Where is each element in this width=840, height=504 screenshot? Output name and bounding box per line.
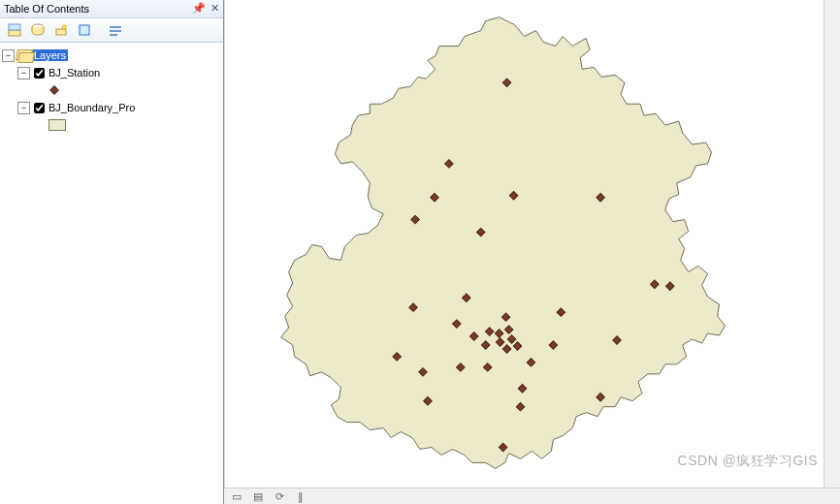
polygon-symbol-icon bbox=[48, 119, 66, 131]
map-row: CSDN @疯狂学习GIS bbox=[224, 0, 840, 488]
map-wrap: CSDN @疯狂学习GIS ▭ ▤ ⟳ ‖ bbox=[224, 0, 840, 504]
expand-toggle[interactable]: − bbox=[2, 49, 15, 62]
tree-root-layers[interactable]: − Layers bbox=[2, 47, 221, 64]
svg-rect-0 bbox=[9, 30, 20, 36]
tree-item-label: BJ_Boundary_Pro bbox=[48, 102, 135, 113]
list-source-button[interactable] bbox=[27, 19, 48, 41]
tree-item-label: BJ_Station bbox=[48, 67, 100, 79]
svg-rect-5 bbox=[80, 25, 89, 35]
svg-rect-6 bbox=[110, 26, 121, 28]
map-view[interactable]: CSDN @疯狂学习GIS bbox=[224, 0, 824, 488]
vertical-scrollbar[interactable] bbox=[824, 0, 840, 488]
layers-icon bbox=[16, 49, 30, 61]
tree-item-bj-station[interactable]: − BJ_Station bbox=[2, 64, 221, 81]
layout-view-icon[interactable]: ▤ bbox=[251, 489, 265, 503]
point-symbol-icon bbox=[48, 84, 60, 96]
expand-toggle[interactable]: − bbox=[17, 102, 30, 114]
boundary-polygon bbox=[281, 17, 726, 469]
app-root: Table Of Contents 📌 ✕ − Layers bbox=[0, 0, 840, 504]
svg-rect-9 bbox=[50, 86, 58, 94]
refresh-icon[interactable]: ⟳ bbox=[273, 489, 286, 503]
expand-toggle[interactable]: − bbox=[17, 67, 30, 79]
map-footer-bar: ▭ ▤ ⟳ ‖ bbox=[224, 488, 840, 504]
options-button[interactable] bbox=[105, 19, 126, 41]
close-icon[interactable]: ✕ bbox=[208, 1, 221, 15]
pin-icon[interactable]: 📌 bbox=[192, 1, 206, 15]
map-canvas[interactable] bbox=[225, 0, 824, 488]
tree-item-bj-boundary[interactable]: − BJ_Boundary_Pro bbox=[2, 99, 221, 116]
toc-title-controls: 📌 ✕ bbox=[192, 1, 221, 15]
list-drawing-order-button[interactable] bbox=[4, 19, 25, 41]
pause-icon[interactable]: ‖ bbox=[294, 489, 307, 503]
svg-rect-1 bbox=[9, 24, 20, 30]
tree-root-label: Layers bbox=[32, 49, 68, 61]
toc-title-text: Table Of Contents bbox=[4, 3, 89, 15]
list-selection-button[interactable] bbox=[74, 19, 95, 41]
svg-point-4 bbox=[62, 25, 66, 29]
toc-tree: − Layers − BJ_Station − BJ_Boundary_Pro bbox=[0, 43, 223, 504]
layer-checkbox-bj-station[interactable] bbox=[34, 68, 45, 79]
layer-checkbox-bj-boundary[interactable] bbox=[34, 103, 45, 113]
svg-rect-8 bbox=[110, 34, 117, 36]
tree-symbol-bj-boundary bbox=[2, 116, 221, 134]
svg-rect-3 bbox=[56, 29, 66, 35]
toc-titlebar: Table Of Contents 📌 ✕ bbox=[0, 0, 223, 18]
list-visibility-button[interactable] bbox=[50, 19, 72, 41]
toc-toolbar bbox=[0, 18, 223, 43]
tree-symbol-bj-station bbox=[2, 81, 221, 99]
data-view-icon[interactable]: ▭ bbox=[230, 489, 243, 503]
toc-panel: Table Of Contents 📌 ✕ − Layers bbox=[0, 0, 224, 504]
svg-rect-7 bbox=[110, 30, 121, 32]
